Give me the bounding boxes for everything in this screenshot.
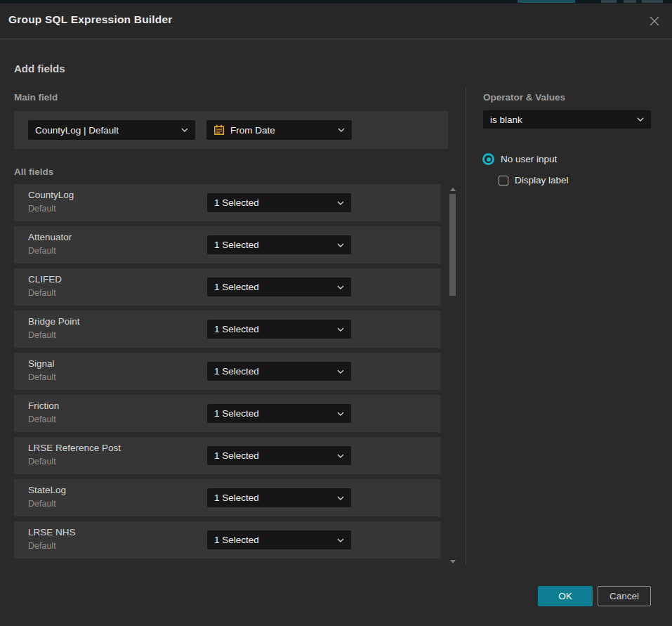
operator-dropdown[interactable]: is blank: [483, 110, 651, 129]
backdrop-fragment: [624, 0, 636, 3]
dialog-title: Group SQL Expression Builder: [8, 13, 173, 26]
field-row: CountyLogDefault1 Selected: [14, 184, 440, 221]
chevron-down-icon: [337, 370, 344, 374]
ok-button[interactable]: OK: [538, 586, 593, 606]
checkbox-unchecked-icon: [499, 176, 508, 185]
field-selection-value: 1 Selected: [214, 535, 259, 545]
chevron-down-icon: [181, 128, 188, 132]
field-selection-value: 1 Selected: [214, 197, 259, 208]
field-selection-dropdown[interactable]: 1 Selected: [207, 404, 351, 423]
group-sql-expression-builder-dialog: Group SQL Expression Builder Add fields …: [0, 4, 672, 626]
main-field-dropdown[interactable]: From Date: [206, 120, 352, 140]
no-user-input-label: No user input: [501, 154, 557, 164]
field-row: LRSE NHSDefault1 Selected: [14, 521, 440, 559]
chevron-down-icon: [337, 327, 344, 332]
field-selection-value: 1 Selected: [214, 450, 259, 461]
field-selection-value: 1 Selected: [214, 493, 259, 503]
vertical-divider: [466, 88, 466, 564]
field-subtitle: Default: [28, 457, 56, 467]
field-selection-value: 1 Selected: [214, 408, 259, 419]
field-row: Bridge PointDefault1 Selected: [14, 311, 440, 348]
field-selection-dropdown[interactable]: 1 Selected: [207, 488, 351, 507]
backdrop-fragment: [518, 0, 575, 3]
chevron-down-icon: [637, 117, 644, 122]
field-row: AttenuatorDefault1 Selected: [14, 226, 440, 263]
main-field-dropdown-value: From Date: [230, 125, 275, 136]
field-row: FrictionDefault1 Selected: [14, 395, 440, 432]
field-name: CountyLog: [28, 190, 74, 200]
field-subtitle: Default: [28, 288, 56, 298]
display-label-checkbox[interactable]: Display label: [499, 175, 569, 185]
field-selection-value: 1 Selected: [214, 366, 259, 377]
scrollbar-thumb[interactable]: [449, 194, 456, 296]
field-subtitle: Default: [28, 204, 56, 214]
field-selection-dropdown[interactable]: 1 Selected: [207, 446, 351, 465]
field-name: LRSE NHS: [28, 527, 76, 537]
all-fields-list: CountyLogDefault1 SelectedAttenuatorDefa…: [14, 184, 440, 563]
field-name: CLIFED: [28, 274, 62, 285]
field-row: SignalDefault1 Selected: [14, 353, 440, 390]
field-row: StateLogDefault1 Selected: [14, 479, 440, 516]
field-selection-dropdown[interactable]: 1 Selected: [207, 320, 351, 339]
chevron-down-icon: [337, 243, 344, 247]
chevron-down-icon: [337, 285, 344, 289]
list-scrollbar[interactable]: [448, 184, 457, 567]
field-selection-value: 1 Selected: [214, 324, 259, 334]
cancel-button[interactable]: Cancel: [598, 586, 651, 606]
chevron-down-icon: [337, 412, 344, 416]
add-fields-heading: Add fields: [14, 63, 65, 74]
field-subtitle: Default: [28, 372, 56, 382]
backdrop-fragment: [642, 0, 663, 3]
field-subtitle: Default: [28, 415, 56, 424]
field-selection-value: 1 Selected: [214, 240, 259, 250]
field-subtitle: Default: [28, 246, 56, 256]
main-layer-dropdown-value: CountyLog | Default: [35, 125, 119, 136]
field-subtitle: Default: [28, 330, 56, 340]
field-name: StateLog: [28, 485, 66, 495]
field-name: Friction: [28, 400, 59, 411]
dialog-titlebar: Group SQL Expression Builder: [0, 4, 672, 39]
chevron-down-icon: [337, 454, 344, 458]
backdrop-fragment: [601, 0, 617, 3]
calendar-icon: [213, 124, 225, 136]
field-row: LRSE Reference PostDefault1 Selected: [14, 437, 440, 474]
chevron-down-icon: [337, 201, 344, 205]
field-selection-dropdown[interactable]: 1 Selected: [207, 235, 351, 254]
field-name: LRSE Reference Post: [28, 443, 121, 453]
screen: Group SQL Expression Builder Add fields …: [0, 0, 672, 626]
field-selection-dropdown[interactable]: 1 Selected: [207, 278, 351, 296]
operator-dropdown-value: is blank: [490, 115, 522, 125]
no-user-input-radio[interactable]: No user input: [482, 153, 557, 165]
field-selection-dropdown[interactable]: 1 Selected: [207, 530, 351, 549]
chevron-down-icon: [338, 128, 345, 132]
main-field-panel: CountyLog | Default From Date: [14, 111, 448, 149]
close-icon[interactable]: [646, 13, 663, 30]
all-fields-label: All fields: [14, 167, 53, 177]
operator-values-label: Operator & Values: [483, 92, 565, 103]
field-name: Bridge Point: [28, 316, 80, 327]
chevron-down-icon: [337, 496, 344, 500]
field-selection-value: 1 Selected: [214, 282, 259, 292]
chevron-down-icon: [337, 538, 344, 542]
field-subtitle: Default: [28, 541, 56, 551]
field-name: Signal: [28, 358, 55, 369]
scrollbar-down-arrow-icon[interactable]: [450, 560, 456, 563]
titlebar-divider: [0, 39, 672, 39]
field-selection-dropdown[interactable]: 1 Selected: [207, 362, 351, 381]
field-row: CLIFEDDefault1 Selected: [14, 268, 440, 306]
display-label-label: Display label: [515, 175, 569, 185]
main-field-label: Main field: [14, 92, 58, 103]
field-selection-dropdown[interactable]: 1 Selected: [207, 193, 351, 212]
main-layer-dropdown[interactable]: CountyLog | Default: [28, 120, 195, 140]
scrollbar-up-arrow-icon[interactable]: [450, 188, 456, 191]
radio-selected-icon: [482, 153, 494, 165]
field-subtitle: Default: [28, 499, 56, 509]
field-name: Attenuator: [28, 232, 72, 242]
